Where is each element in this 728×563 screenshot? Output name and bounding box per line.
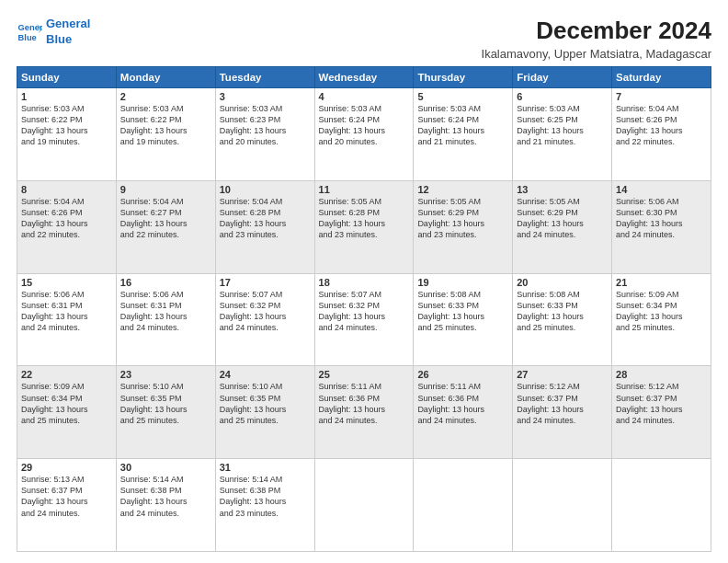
daylight-label: Daylight: 13 hours [120,497,188,506]
daylight-label: Daylight: 13 hours [120,219,188,228]
sunset-label: Sunset: 6:23 PM [220,115,281,124]
daylight-label: Daylight: 13 hours [517,126,584,135]
sunset-label: Sunset: 6:26 PM [21,208,83,217]
day-info: Sunrise: 5:05 AM Sunset: 6:29 PM Dayligh… [517,196,608,241]
day-info: Sunrise: 5:07 AM Sunset: 6:32 PM Dayligh… [220,289,311,334]
daylight-minutes: and 24 minutes. [319,323,378,332]
day-info: Sunrise: 5:13 AM Sunset: 6:37 PM Dayligh… [21,474,112,519]
sunrise-label: Sunrise: 5:07 AM [220,290,283,299]
day-number: 16 [120,277,211,288]
daylight-minutes: and 21 minutes. [417,137,476,146]
daylight-minutes: and 25 minutes. [120,416,179,425]
sunset-label: Sunset: 6:31 PM [21,301,83,310]
sunrise-label: Sunrise: 5:04 AM [120,197,184,206]
day-number: 22 [21,369,112,380]
sunrise-label: Sunrise: 5:08 AM [517,290,580,299]
daylight-minutes: and 25 minutes. [21,416,80,425]
day-number: 24 [220,369,311,380]
daylight-minutes: and 25 minutes. [517,323,575,332]
sunset-label: Sunset: 6:24 PM [417,115,479,124]
sunrise-label: Sunrise: 5:07 AM [319,290,382,299]
day-number: 18 [319,277,410,288]
day-info: Sunrise: 5:04 AM Sunset: 6:26 PM Dayligh… [21,196,112,241]
day-number: 4 [319,91,410,102]
day-number: 28 [616,369,707,380]
calendar-cell: 12 Sunrise: 5:05 AM Sunset: 6:29 PM Dayl… [414,180,513,273]
sunrise-label: Sunrise: 5:12 AM [517,382,580,391]
sunrise-label: Sunrise: 5:03 AM [120,104,184,113]
calendar-cell: 5 Sunrise: 5:03 AM Sunset: 6:24 PM Dayli… [414,88,513,181]
day-info: Sunrise: 5:07 AM Sunset: 6:32 PM Dayligh… [319,289,410,334]
day-number: 11 [319,184,410,195]
sunrise-label: Sunrise: 5:14 AM [120,475,184,484]
daylight-minutes: and 24 minutes. [517,416,575,425]
day-info: Sunrise: 5:10 AM Sunset: 6:35 PM Dayligh… [120,381,211,426]
day-number: 25 [319,369,410,380]
sunset-label: Sunset: 6:22 PM [120,115,182,124]
day-info: Sunrise: 5:03 AM Sunset: 6:24 PM Dayligh… [319,103,410,148]
sunrise-label: Sunrise: 5:06 AM [120,290,184,299]
daylight-minutes: and 20 minutes. [319,137,378,146]
day-number: 23 [120,369,211,380]
sunrise-label: Sunrise: 5:11 AM [319,382,382,391]
day-info: Sunrise: 5:05 AM Sunset: 6:29 PM Dayligh… [417,196,508,241]
day-info: Sunrise: 5:09 AM Sunset: 6:34 PM Dayligh… [21,381,112,426]
day-number: 13 [517,184,608,195]
logo-icon: General Blue [17,19,42,45]
daylight-minutes: and 24 minutes. [120,509,179,518]
daylight-label: Daylight: 13 hours [21,219,88,228]
day-number: 14 [616,184,707,195]
daylight-label: Daylight: 13 hours [319,405,386,414]
daylight-label: Daylight: 13 hours [21,497,88,506]
sunset-label: Sunset: 6:33 PM [417,301,479,310]
daylight-label: Daylight: 13 hours [616,312,683,321]
sunrise-label: Sunrise: 5:03 AM [21,104,85,113]
sunrise-label: Sunrise: 5:03 AM [319,104,382,113]
calendar-header-row: SundayMondayTuesdayWednesdayThursdayFrid… [17,67,711,88]
day-number: 17 [220,277,311,288]
daylight-label: Daylight: 13 hours [616,126,683,135]
sunset-label: Sunset: 6:36 PM [319,394,381,403]
daylight-label: Daylight: 13 hours [319,126,386,135]
daylight-minutes: and 22 minutes. [21,230,80,239]
daylight-label: Daylight: 13 hours [417,219,484,228]
sunset-label: Sunset: 6:28 PM [319,208,381,217]
calendar-cell: 28 Sunrise: 5:12 AM Sunset: 6:37 PM Dayl… [612,366,711,459]
calendar-cell: 1 Sunrise: 5:03 AM Sunset: 6:22 PM Dayli… [17,88,117,181]
sunrise-label: Sunrise: 5:03 AM [220,104,283,113]
daylight-minutes: and 21 minutes. [517,137,575,146]
day-info: Sunrise: 5:04 AM Sunset: 6:28 PM Dayligh… [220,196,311,241]
sunrise-label: Sunrise: 5:06 AM [616,197,679,206]
day-number: 21 [616,277,707,288]
calendar-cell: 24 Sunrise: 5:10 AM Sunset: 6:35 PM Dayl… [215,366,314,459]
sunrise-label: Sunrise: 5:10 AM [120,382,184,391]
day-info: Sunrise: 5:04 AM Sunset: 6:27 PM Dayligh… [120,196,211,241]
day-info: Sunrise: 5:12 AM Sunset: 6:37 PM Dayligh… [616,381,707,426]
daylight-minutes: and 22 minutes. [616,137,675,146]
sunset-label: Sunset: 6:32 PM [319,301,381,310]
sunset-label: Sunset: 6:35 PM [220,394,281,403]
day-number: 29 [21,462,112,473]
sunset-label: Sunset: 6:27 PM [120,208,182,217]
sunset-label: Sunset: 6:38 PM [220,486,281,495]
day-info: Sunrise: 5:03 AM Sunset: 6:22 PM Dayligh… [21,103,112,148]
day-info: Sunrise: 5:06 AM Sunset: 6:31 PM Dayligh… [21,289,112,334]
sunset-label: Sunset: 6:29 PM [517,208,578,217]
daylight-label: Daylight: 13 hours [517,405,584,414]
sunset-label: Sunset: 6:30 PM [616,208,677,217]
sunrise-label: Sunrise: 5:09 AM [616,290,679,299]
daylight-minutes: and 20 minutes. [220,137,279,146]
daylight-label: Daylight: 13 hours [616,219,683,228]
sunrise-label: Sunrise: 5:05 AM [517,197,580,206]
calendar-cell: 16 Sunrise: 5:06 AM Sunset: 6:31 PM Dayl… [116,273,215,366]
subtitle: Ikalamavony, Upper Matsiatra, Madagascar [482,47,711,61]
sunrise-label: Sunrise: 5:05 AM [417,197,481,206]
daylight-label: Daylight: 13 hours [21,312,88,321]
daylight-minutes: and 24 minutes. [417,416,476,425]
daylight-minutes: and 23 minutes. [220,230,279,239]
daylight-label: Daylight: 13 hours [319,219,386,228]
sunrise-label: Sunrise: 5:13 AM [21,475,85,484]
day-number: 19 [417,277,508,288]
sunset-label: Sunset: 6:37 PM [517,394,578,403]
daylight-label: Daylight: 13 hours [220,126,287,135]
